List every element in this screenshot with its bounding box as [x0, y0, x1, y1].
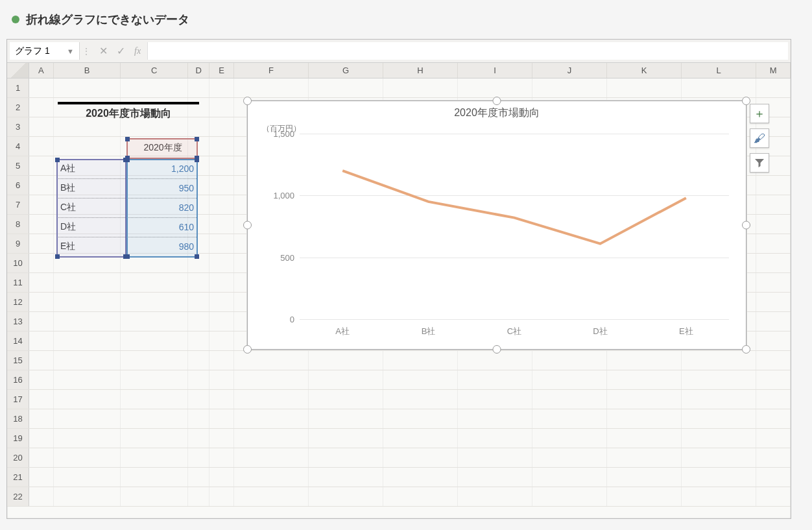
cell[interactable] [309, 370, 383, 389]
cell[interactable] [756, 370, 791, 389]
cancel-icon[interactable]: ✕ [99, 45, 108, 57]
cell[interactable] [209, 234, 234, 253]
row-header[interactable]: 8 [7, 215, 29, 234]
cell[interactable] [532, 487, 607, 506]
cell[interactable] [188, 351, 209, 370]
resize-handle[interactable] [493, 97, 501, 105]
cell[interactable] [209, 409, 234, 428]
cell[interactable] [188, 293, 209, 311]
cell[interactable] [209, 98, 234, 117]
cell[interactable] [209, 331, 234, 350]
resize-handle[interactable] [243, 345, 252, 354]
row-header[interactable]: 3 [7, 117, 29, 136]
chart-elements-button[interactable]: ＋ [750, 104, 769, 123]
cell[interactable] [756, 448, 791, 467]
cell[interactable] [29, 176, 54, 195]
chart-filter-button[interactable] [750, 153, 769, 173]
cell[interactable] [309, 351, 383, 370]
cell[interactable] [121, 370, 188, 389]
col-header[interactable]: M [756, 63, 791, 78]
name-box[interactable]: ▼ [10, 42, 80, 60]
cell[interactable] [234, 370, 309, 389]
cell[interactable] [234, 448, 309, 467]
cell[interactable] [383, 429, 458, 448]
cell[interactable] [234, 468, 309, 487]
row-header[interactable]: 10 [7, 254, 29, 272]
cell[interactable] [29, 215, 54, 234]
cell[interactable] [309, 487, 383, 506]
select-all-corner[interactable] [7, 63, 29, 78]
cell[interactable] [29, 312, 54, 331]
cell[interactable] [209, 487, 234, 506]
row-header[interactable]: 5 [7, 156, 29, 175]
row-header[interactable]: 4 [7, 137, 29, 156]
cell[interactable] [458, 487, 532, 506]
dropdown-icon[interactable]: ▼ [67, 47, 74, 55]
col-header[interactable]: K [607, 63, 682, 78]
cell[interactable] [309, 78, 383, 97]
table-value-cell[interactable]: 820 [128, 198, 198, 217]
col-header[interactable]: J [532, 63, 607, 78]
cell[interactable] [756, 195, 791, 214]
cell[interactable] [458, 370, 532, 389]
cell[interactable] [682, 409, 756, 428]
formula-bar[interactable] [147, 42, 788, 60]
chart-line[interactable] [300, 134, 729, 319]
cell[interactable] [54, 273, 121, 292]
cell[interactable] [54, 468, 121, 487]
cell[interactable] [756, 429, 791, 448]
cell[interactable] [29, 331, 54, 350]
col-header[interactable]: A [29, 63, 54, 78]
cell[interactable] [309, 448, 383, 467]
cell[interactable] [121, 468, 188, 487]
cell[interactable] [29, 351, 54, 370]
cell[interactable] [383, 390, 458, 409]
cell[interactable] [383, 370, 458, 389]
name-box-input[interactable] [15, 46, 60, 56]
cell[interactable] [532, 370, 607, 389]
cell[interactable] [234, 390, 309, 409]
cell[interactable] [54, 487, 121, 506]
worksheet[interactable]: A B C D E F G H I J K L M 12345678910111… [7, 63, 791, 507]
cell[interactable] [607, 468, 682, 487]
cell[interactable] [54, 390, 121, 409]
row-header[interactable]: 18 [7, 409, 29, 428]
col-header[interactable]: B [54, 63, 121, 78]
row-header[interactable]: 14 [7, 331, 29, 350]
row-header[interactable]: 2 [7, 98, 29, 117]
cell[interactable] [607, 370, 682, 389]
col-header[interactable]: E [209, 63, 234, 78]
cell[interactable] [458, 468, 532, 487]
cell[interactable] [756, 215, 791, 234]
cell[interactable] [209, 176, 234, 195]
cell[interactable] [209, 370, 234, 389]
cell[interactable] [121, 273, 188, 292]
cell[interactable] [209, 312, 234, 331]
cell[interactable] [29, 273, 54, 292]
resize-handle[interactable] [493, 345, 501, 354]
cell[interactable] [188, 448, 209, 467]
cell[interactable] [54, 137, 121, 156]
cell[interactable] [188, 254, 209, 272]
cell[interactable] [383, 78, 458, 97]
cell[interactable] [383, 487, 458, 506]
cell[interactable] [532, 78, 607, 97]
cell[interactable] [121, 78, 188, 97]
cell[interactable] [188, 429, 209, 448]
cell[interactable] [54, 312, 121, 331]
row-header[interactable]: 7 [7, 195, 29, 214]
cell[interactable] [209, 429, 234, 448]
col-header[interactable]: L [682, 63, 756, 78]
cell[interactable] [188, 78, 209, 97]
table-label-cell[interactable]: B社 [56, 178, 126, 198]
cell[interactable] [682, 390, 756, 409]
cell[interactable] [29, 137, 54, 156]
row-header[interactable]: 19 [7, 429, 29, 448]
cell[interactable] [188, 390, 209, 409]
cell[interactable] [383, 351, 458, 370]
cell[interactable] [29, 448, 54, 467]
resize-handle[interactable] [243, 221, 252, 230]
cell[interactable] [121, 409, 188, 428]
cell[interactable] [209, 468, 234, 487]
cell[interactable] [309, 390, 383, 409]
